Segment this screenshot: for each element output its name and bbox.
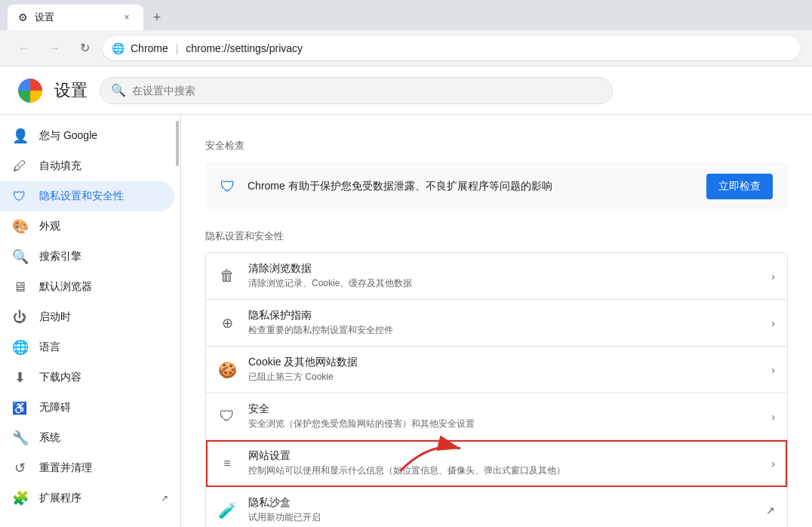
sidebar-item-startup[interactable]: ⏻ 启动时 [0, 302, 180, 332]
content-area: 安全检查 🛡 Chrome 有助于保护您免受数据泄露、不良扩展程序等问题的影响 … [181, 115, 812, 527]
site-settings-content: 网站设置 控制网站可以使用和显示什么信息（如位置信息、摄像头、弹出式窗口及其他） [248, 449, 759, 477]
sidebar-item-privacy[interactable]: 🛡 隐私设置和安全性 [0, 181, 174, 211]
sidebar-item-search[interactable]: 🔍 搜索引擎 [0, 242, 180, 272]
sidebar-item-default-browser[interactable]: 🖥 默认浏览器 [0, 272, 180, 302]
search-icon: 🔍 [111, 83, 126, 97]
cookies-title: Cookie 及其他网站数据 [248, 356, 759, 369]
red-arrow-indicator [385, 418, 475, 482]
clear-browsing-item[interactable]: 🗑 清除浏览数据 清除浏览记录、Cookie、缓存及其他数据 › [206, 253, 787, 300]
main-layout: 👤 您与 Google 🖊 自动填充 🛡 隐私设置和安全性 🎨 外观 🔍 搜索引… [0, 115, 812, 527]
browser-icon: 🖥 [12, 279, 27, 295]
clear-browsing-desc: 清除浏览记录、Cookie、缓存及其他数据 [248, 277, 759, 290]
cookies-item[interactable]: 🍪 Cookie 及其他网站数据 已阻止第三方 Cookie › [206, 347, 787, 393]
sidebar-label-autofill: 自动填充 [39, 159, 168, 173]
clear-browsing-arrow: › [771, 270, 775, 282]
address-favicon: 🌐 [112, 42, 125, 54]
address-separator: | [176, 42, 179, 54]
sidebar-item-system[interactable]: 🔧 系统 [0, 423, 180, 453]
site-settings-icon: ≡ [218, 457, 236, 470]
new-tab-button[interactable]: + [146, 7, 168, 28]
privacy-guide-icon: ⊕ [218, 315, 236, 331]
security-arrow: › [771, 411, 775, 423]
sidebar-label-startup: 启动时 [39, 310, 168, 324]
sidebar-item-reset[interactable]: ↺ 重置并清理 [0, 453, 180, 483]
sidebar-label-language: 语言 [39, 341, 168, 354]
search-engine-icon: 🔍 [12, 248, 27, 265]
settings-header: 设置 🔍 [0, 66, 812, 115]
address-bar[interactable]: 🌐 Chrome | chrome://settings/privacy [103, 36, 800, 60]
accessibility-icon: ♿ [12, 401, 27, 415]
banner-shield-icon: 🛡 [220, 178, 235, 196]
reset-icon: ↺ [12, 460, 27, 476]
autofill-icon: 🖊 [12, 159, 27, 174]
private-sandbox-item[interactable]: 🧪 隐私沙盒 试用新功能已开启 ↗ [206, 487, 787, 527]
sidebar-item-downloads[interactable]: ⬇ 下载内容 [0, 362, 180, 393]
search-bar[interactable]: 🔍 [100, 77, 613, 104]
navigation-bar: ← → ↻ 🌐 Chrome | chrome://settings/priva… [0, 30, 812, 66]
cookies-content: Cookie 及其他网站数据 已阻止第三方 Cookie [248, 356, 759, 384]
sidebar-label-downloads: 下载内容 [39, 371, 168, 384]
privacy-section-title: 隐私设置和安全性 [205, 230, 788, 243]
security-check-title: 安全检查 [205, 139, 788, 153]
security-item[interactable]: 🛡 安全 安全浏览（保护您免受危险网站的侵害）和其他安全设置 › [206, 393, 787, 440]
address-brand: Chrome | chrome://settings/privacy [131, 42, 791, 54]
site-settings-title: 网站设置 [248, 449, 759, 463]
scrollbar[interactable] [176, 121, 179, 166]
sidebar-label-privacy: 隐私设置和安全性 [39, 190, 162, 203]
sidebar-item-autofill[interactable]: 🖊 自动填充 [0, 151, 180, 181]
site-settings-item[interactable]: ≡ 网站设置 控制网站可以使用和显示什么信息（如位置信息、摄像头、弹出式窗口及其… [206, 440, 787, 487]
forward-button[interactable]: → [42, 36, 66, 60]
language-icon: 🌐 [12, 339, 27, 356]
privacy-guide-item[interactable]: ⊕ 隐私保护指南 检查重要的隐私控制设置和安全控件 › [206, 300, 787, 347]
chrome-logo [18, 79, 42, 103]
downloads-icon: ⬇ [12, 369, 27, 386]
system-icon: 🔧 [12, 430, 27, 446]
security-content: 安全 安全浏览（保护您免受危险网站的侵害）和其他安全设置 [248, 402, 759, 430]
privacy-guide-arrow: › [771, 317, 775, 329]
cookies-desc: 已阻止第三方 Cookie [248, 371, 759, 384]
tab-bar: ⚙ 设置 × + [0, 0, 812, 30]
clear-browsing-title: 清除浏览数据 [248, 262, 759, 276]
tab-close-button[interactable]: × [119, 10, 134, 25]
trash-icon: 🗑 [218, 267, 236, 285]
cookies-arrow: › [771, 364, 775, 376]
shield-icon: 🛡 [12, 189, 27, 205]
check-now-button[interactable]: 立即检查 [706, 174, 773, 199]
sandbox-icon: 🧪 [218, 501, 236, 519]
search-input[interactable] [132, 85, 601, 97]
sandbox-desc: 试用新功能已开启 [248, 511, 754, 524]
sidebar-label-google: 您与 Google [39, 129, 168, 143]
settings-page-title: 设置 [54, 79, 88, 102]
site-settings-desc: 控制网站可以使用和显示什么信息（如位置信息、摄像头、弹出式窗口及其他） [248, 464, 759, 477]
settings-tab[interactable]: ⚙ 设置 × [8, 5, 143, 30]
sidebar-item-extensions[interactable]: 🧩 扩展程序 ↗ [0, 483, 180, 513]
sidebar-label-search: 搜索引擎 [39, 250, 168, 264]
security-icon: 🛡 [218, 408, 236, 425]
sidebar-label-system: 系统 [39, 431, 168, 445]
security-title: 安全 [248, 402, 759, 416]
site-settings-arrow: › [771, 458, 775, 470]
sidebar-item-language[interactable]: 🌐 语言 [0, 332, 180, 362]
privacy-guide-desc: 检查重要的隐私控制设置和安全控件 [248, 324, 759, 337]
sidebar-label-reset: 重置并清理 [39, 461, 168, 475]
browser-window: ⚙ 设置 × + ← → ↻ 🌐 Chrome | chrome://setti… [0, 0, 812, 527]
refresh-button[interactable]: ↻ [72, 36, 97, 60]
tab-favicon: ⚙ [17, 11, 29, 23]
clear-browsing-content: 清除浏览数据 清除浏览记录、Cookie、缓存及其他数据 [248, 262, 759, 290]
sidebar-item-appearance[interactable]: 🎨 外观 [0, 211, 180, 242]
person-icon: 👤 [12, 128, 27, 144]
banner-text: Chrome 有助于保护您免受数据泄露、不良扩展程序等问题的影响 [248, 180, 694, 193]
sandbox-content: 隐私沙盒 试用新功能已开启 [248, 496, 754, 524]
sidebar-label-accessibility: 无障碍 [39, 401, 168, 415]
sidebar-label-appearance: 外观 [39, 220, 168, 233]
sidebar: 👤 您与 Google 🖊 自动填充 🛡 隐私设置和安全性 🎨 外观 🔍 搜索引… [0, 115, 181, 527]
sidebar-item-accessibility[interactable]: ♿ 无障碍 [0, 393, 180, 423]
back-button[interactable]: ← [12, 36, 36, 60]
tab-title: 设置 [35, 11, 113, 24]
privacy-settings-list: 🗑 清除浏览数据 清除浏览记录、Cookie、缓存及其他数据 › ⊕ 隐私保护指… [205, 252, 788, 527]
startup-icon: ⏻ [12, 310, 27, 325]
security-desc: 安全浏览（保护您免受危险网站的侵害）和其他安全设置 [248, 418, 759, 430]
sandbox-title: 隐私沙盒 [248, 496, 754, 510]
sandbox-external-icon: ↗ [766, 504, 775, 516]
sidebar-item-google[interactable]: 👤 您与 Google [0, 121, 180, 151]
